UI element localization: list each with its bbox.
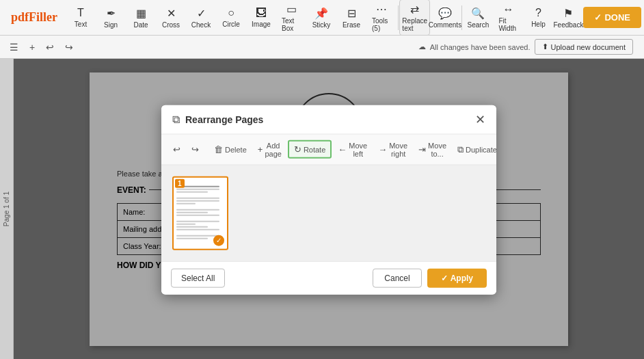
modal-add-page-label: Add page	[265, 141, 281, 157]
tool-check[interactable]: ✓ Check	[186, 4, 216, 31]
cloud-icon: ☁	[418, 42, 426, 51]
tool-date-label: Date	[133, 21, 148, 29]
tool-date[interactable]: ▦ Date	[126, 4, 156, 31]
select-all-button[interactable]: Select All	[171, 268, 225, 287]
tool-textbox-label: Text Box	[282, 17, 301, 32]
modal-move-right-label: Move right	[389, 141, 407, 157]
upload-button[interactable]: ⬆ Upload new document	[535, 39, 633, 55]
modal-body: 1	[161, 165, 496, 261]
modal-delete-button[interactable]: 🗑 Delete	[209, 142, 252, 157]
tool-help[interactable]: ? Help	[523, 4, 553, 31]
tool-image-label: Image	[252, 21, 271, 28]
move-left-icon: ←	[338, 144, 347, 155]
search-icon: 🔍	[471, 7, 485, 20]
page-thumbnail-1[interactable]: 1	[172, 176, 228, 250]
apply-checkmark-icon: ✓	[441, 273, 448, 282]
tool-sign-label: Sign	[104, 21, 118, 29]
tool-check-label: Check	[191, 21, 211, 29]
replace-icon: ⇄	[410, 3, 419, 16]
sticky-icon: 📌	[314, 7, 328, 20]
modal-footer: Select All Cancel ✓ Apply	[161, 261, 496, 294]
tool-feedback-label: Feedback	[553, 21, 583, 29]
tool-search[interactable]: 🔍 Search	[463, 4, 493, 31]
app-logo: pdfFiller	[3, 10, 66, 25]
fitwidth-icon: ↔	[502, 3, 513, 16]
rotate-icon: ↻	[294, 144, 301, 155]
tool-circle-label: Circle	[222, 21, 240, 28]
tool-replace-label: Replace text	[402, 17, 427, 32]
sidebar-toggle-icon: ☰	[10, 42, 18, 53]
main-toolbar: pdfFiller T Text ✒ Sign ▦ Date ✕ Cross ✓…	[0, 0, 644, 36]
comments-icon: 💬	[438, 7, 452, 20]
tool-replace[interactable]: ⇄ Replace text	[399, 0, 429, 36]
redo-button[interactable]: ↪	[61, 39, 77, 55]
help-icon: ?	[535, 7, 541, 19]
tools-icon: ⋯	[376, 3, 387, 16]
modal-toolbar: ↩ ↪ 🗑 Delete + Add page ↻ Rotate	[161, 134, 496, 165]
tool-search-label: Search	[468, 21, 489, 29]
modal-undo-button[interactable]: ↩	[168, 142, 185, 157]
erase-icon: ⊟	[347, 7, 356, 20]
tool-feedback[interactable]: ⚑ Feedback	[553, 4, 583, 31]
done-button[interactable]: ✓ DONE	[583, 7, 641, 28]
save-status: All changes have been saved.	[430, 43, 531, 51]
modal-rotate-label: Rotate	[304, 145, 325, 153]
redo-icon: ↪	[65, 42, 73, 53]
cross-icon: ✕	[167, 7, 176, 20]
modal-move-left-button[interactable]: ← Move left	[333, 138, 372, 160]
upload-label: Upload new document	[551, 43, 626, 51]
text-icon: T	[77, 7, 84, 19]
add-page-button[interactable]: +	[25, 39, 39, 55]
tool-text[interactable]: T Text	[66, 4, 96, 31]
sign-icon: ✒	[107, 7, 116, 20]
tool-sticky[interactable]: 📌 Sticky	[306, 4, 336, 31]
add-page-icon: +	[29, 42, 35, 53]
tool-sticky-label: Sticky	[312, 21, 331, 29]
page-selected-check: ✓	[213, 235, 224, 245]
tool-circle[interactable]: ○ Circle	[216, 4, 246, 31]
secondary-toolbar: ☰ + ↩ ↪ ☁ All changes have been saved. ⬆…	[0, 36, 644, 59]
modal-title: Rearrange Pages	[185, 114, 475, 124]
modal-move-to-button[interactable]: ⇥ Move to...	[414, 138, 451, 160]
check-icon: ✓	[197, 7, 206, 20]
sidebar-toggle-button[interactable]: ☰	[5, 39, 23, 55]
undo-button[interactable]: ↩	[42, 39, 58, 55]
tool-textbox[interactable]: ▭ Text Box	[276, 0, 306, 35]
status-bar: ☁ All changes have been saved. ⬆ Upload …	[418, 39, 639, 55]
modal-redo-icon: ↪	[191, 144, 199, 155]
move-to-icon: ⇥	[418, 144, 426, 155]
done-checkmark-icon: ✓	[594, 12, 602, 23]
tool-erase[interactable]: ⊟ Erase	[336, 4, 366, 31]
modal-header: ⧉ Rearrange Pages ✕	[161, 105, 496, 134]
side-panel[interactable]: Page 1 of 1	[0, 59, 14, 359]
page-number-badge: 1	[175, 178, 185, 187]
tool-help-label: Help	[531, 21, 546, 28]
tool-comments[interactable]: 💬 Comments	[430, 4, 460, 31]
tool-erase-label: Erase	[343, 21, 360, 29]
cancel-button[interactable]: Cancel	[373, 268, 421, 287]
tool-fitwidth-label: Fit Width	[498, 17, 518, 32]
apply-button[interactable]: ✓ Apply	[427, 268, 487, 287]
modal-close-button[interactable]: ✕	[475, 113, 485, 125]
tool-fitwidth[interactable]: ↔ Fit Width	[493, 1, 523, 35]
undo-icon: ↩	[46, 42, 54, 53]
move-right-icon: →	[378, 144, 387, 155]
circle-icon: ○	[228, 7, 234, 19]
document-area: BERLIN ALUMNIASSOCIATIONFOUNDED1839 Plea…	[14, 59, 644, 359]
modal-move-right-button[interactable]: → Move right	[373, 138, 412, 160]
tool-tools[interactable]: ⋯ Tools (5)	[366, 0, 397, 35]
tool-cross-label: Cross	[162, 21, 180, 29]
main-area: Page 1 of 1 BERLIN ALUMNIASSOCIATIONFOUN…	[0, 59, 644, 359]
modal-delete-label: Delete	[225, 145, 247, 153]
add-page-icon: +	[258, 144, 263, 155]
modal-redo-button[interactable]: ↪	[187, 142, 204, 157]
tool-image[interactable]: ⛾ Image	[246, 4, 276, 31]
modal-duplicate-button[interactable]: ⧉ Duplicate	[453, 141, 496, 157]
tool-cross[interactable]: ✕ Cross	[156, 4, 186, 31]
delete-icon: 🗑	[214, 144, 223, 155]
modal-undo-icon: ↩	[173, 144, 180, 155]
modal-rotate-button[interactable]: ↻ Rotate	[288, 140, 332, 159]
tool-sign[interactable]: ✒ Sign	[96, 4, 126, 31]
modal-move-left-label: Move left	[349, 141, 367, 157]
modal-add-page-button[interactable]: + Add page	[253, 138, 286, 160]
